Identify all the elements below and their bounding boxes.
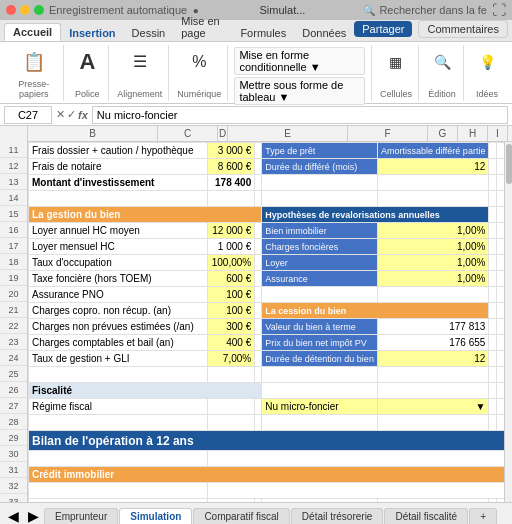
cell-h13[interactable]: [497, 175, 505, 191]
cell-e18[interactable]: Loyer: [262, 255, 378, 271]
cell-b27[interactable]: Régime fiscal: [29, 399, 208, 415]
cell-g28[interactable]: [489, 415, 497, 431]
cell-reference-input[interactable]: [4, 106, 52, 124]
cell-g13[interactable]: [489, 175, 497, 191]
cell-d20[interactable]: [255, 287, 262, 303]
cell-b26[interactable]: Fiscalité: [29, 383, 262, 399]
cell-b19[interactable]: Taxe foncière (hors TOEM): [29, 271, 208, 287]
conditional-format-button[interactable]: Mise en forme conditionnelle ▼: [234, 47, 365, 75]
cell-f26[interactable]: [378, 383, 489, 399]
prev-sheets-button[interactable]: ◀: [4, 508, 23, 524]
cell-c22[interactable]: 300 €: [208, 319, 255, 335]
cell-c27[interactable]: [208, 399, 255, 415]
col-header-c[interactable]: C: [158, 126, 218, 141]
cell-e26[interactable]: [262, 383, 378, 399]
cell-c21[interactable]: 100 €: [208, 303, 255, 319]
cell-c24[interactable]: 7,00%: [208, 351, 255, 367]
cell-f12[interactable]: 12: [378, 159, 489, 175]
cell-g23[interactable]: [489, 335, 497, 351]
cell-h25[interactable]: [497, 367, 505, 383]
cell-h24[interactable]: [497, 351, 505, 367]
cell-d23[interactable]: [255, 335, 262, 351]
cell-f28[interactable]: [378, 415, 489, 431]
scrollbar-thumb[interactable]: [506, 144, 512, 184]
formula-input[interactable]: [92, 106, 508, 124]
col-header-g[interactable]: G: [428, 126, 458, 141]
cell-f23[interactable]: 176 655: [378, 335, 489, 351]
cell-e17[interactable]: Charges foncières: [262, 239, 378, 255]
edition-button[interactable]: 🔍: [427, 47, 457, 77]
tab-add[interactable]: +: [469, 508, 497, 524]
cell-b20[interactable]: Assurance PNO: [29, 287, 208, 303]
cell-g19[interactable]: [489, 271, 497, 287]
cell-h21[interactable]: [497, 303, 505, 319]
cell-h14[interactable]: [497, 191, 505, 207]
cell-b30[interactable]: [29, 451, 208, 467]
cell-c20[interactable]: 100 €: [208, 287, 255, 303]
cell-g26[interactable]: [489, 383, 497, 399]
cell-d18[interactable]: [255, 255, 262, 271]
maximize-button[interactable]: [34, 5, 44, 15]
cell-c16[interactable]: 12 000 €: [208, 223, 255, 239]
cell-f25[interactable]: [378, 367, 489, 383]
cell-c25[interactable]: [208, 367, 255, 383]
cell-h11[interactable]: [497, 143, 505, 159]
tab-mise-en-page[interactable]: Mise en page: [173, 13, 232, 41]
cell-b16[interactable]: Loyer annuel HC moyen: [29, 223, 208, 239]
cell-g27[interactable]: [489, 399, 497, 415]
cell-g22[interactable]: [489, 319, 497, 335]
confirm-formula-icon[interactable]: ✓: [67, 108, 76, 121]
cell-b32[interactable]: [29, 483, 208, 499]
cell-g15[interactable]: [489, 207, 497, 223]
cell-g18[interactable]: [489, 255, 497, 271]
vertical-scrollbar[interactable]: [504, 142, 512, 502]
cell-h22[interactable]: [497, 319, 505, 335]
cell-b23[interactable]: Charges comptables et bail (an): [29, 335, 208, 351]
cell-g24[interactable]: [489, 351, 497, 367]
tab-comparatif-fiscal[interactable]: Comparatif fiscal: [193, 508, 289, 524]
cell-e11[interactable]: Type de prêt: [262, 143, 378, 159]
cell-e33[interactable]: 178 400,00 €: [262, 499, 378, 503]
cell-c28[interactable]: [208, 415, 255, 431]
comments-button[interactable]: Commentaires: [418, 20, 508, 38]
cancel-formula-icon[interactable]: ✕: [56, 108, 65, 121]
cell-e16[interactable]: Bien immobilier: [262, 223, 378, 239]
cell-b22[interactable]: Charges non prévues estimées (/an): [29, 319, 208, 335]
cell-h23[interactable]: [497, 335, 505, 351]
cell-d27[interactable]: [255, 399, 262, 415]
cell-h16[interactable]: [497, 223, 505, 239]
cell-e28[interactable]: [262, 415, 378, 431]
cell-b31[interactable]: Crédit immobilier: [29, 467, 512, 483]
cell-d16[interactable]: [255, 223, 262, 239]
cell-h17[interactable]: [497, 239, 505, 255]
cell-b12[interactable]: Frais de notaire: [29, 159, 208, 175]
cell-b33[interactable]: Montant à financer: [29, 499, 208, 503]
col-header-h[interactable]: H: [458, 126, 488, 141]
numeric-button[interactable]: %: [184, 47, 214, 77]
cell-b17[interactable]: Loyer mensuel HC: [29, 239, 208, 255]
cell-c13[interactable]: 178 400: [208, 175, 255, 191]
cell-f17[interactable]: 1,00%: [378, 239, 489, 255]
cell-d25[interactable]: [255, 367, 262, 383]
cell-f20[interactable]: [378, 287, 489, 303]
cell-b15[interactable]: La gestion du bien: [29, 207, 262, 223]
cell-f11[interactable]: Amortissable différé partie: [378, 143, 489, 159]
cell-d19[interactable]: [255, 271, 262, 287]
col-header-i[interactable]: I: [488, 126, 508, 141]
cell-h15[interactable]: [497, 207, 505, 223]
cell-e23[interactable]: Prix du bien net impôt PV: [262, 335, 378, 351]
cell-e21[interactable]: La cession du bien: [262, 303, 489, 319]
tab-detail-fiscalite[interactable]: Détail fiscalité: [384, 508, 468, 524]
cell-f24[interactable]: 12: [378, 351, 489, 367]
cell-b28[interactable]: [29, 415, 208, 431]
cell-e22[interactable]: Valeur du bien à terme: [262, 319, 378, 335]
cell-c23[interactable]: 400 €: [208, 335, 255, 351]
ideas-button[interactable]: 💡: [472, 47, 502, 77]
cell-b13[interactable]: Montant d'investissement: [29, 175, 208, 191]
cell-h18[interactable]: [497, 255, 505, 271]
cell-f13[interactable]: [378, 175, 489, 191]
cell-b25[interactable]: [29, 367, 208, 383]
insert-function-icon[interactable]: fx: [78, 109, 88, 121]
tab-simulation[interactable]: Simulation: [119, 508, 192, 524]
tab-insertion[interactable]: Insertion: [61, 25, 123, 41]
